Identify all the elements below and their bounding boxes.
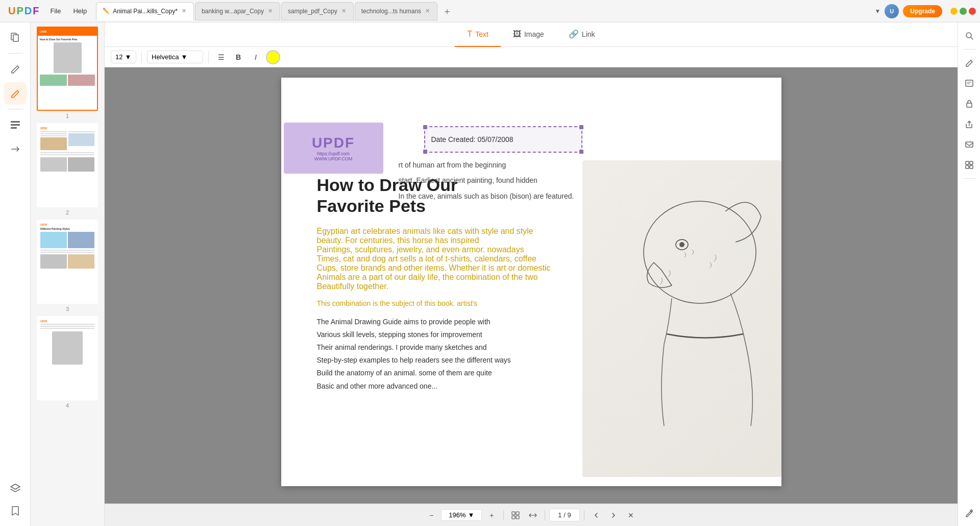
sidebar-icon-edit[interactable] [4, 58, 27, 80]
sidebar-icon-organize[interactable] [4, 113, 27, 136]
link-icon: 🔗 [569, 29, 579, 39]
right-icon-lock[interactable] [960, 94, 978, 113]
updf-logo[interactable]: UPDF [4, 3, 43, 19]
svg-point-5 [644, 201, 756, 303]
color-button[interactable] [266, 50, 280, 64]
tab-label: Animal Pai...kills_Copy* [113, 8, 178, 15]
window-controls [950, 8, 976, 15]
svg-rect-16 [966, 161, 969, 164]
toolbar-text-label: Text [475, 30, 488, 38]
maximize-button[interactable] [960, 8, 967, 15]
thumbnail-2[interactable]: UPDF [35, 123, 100, 216]
sidebar-icon-pages[interactable] [4, 27, 27, 49]
current-page: 1 [558, 511, 561, 519]
date-created-text: Date Created: 05/07/2008 [431, 135, 513, 144]
close-button[interactable] [969, 8, 976, 15]
toolbar-link-label: Link [582, 30, 595, 38]
format-divider-2 [208, 51, 209, 63]
svg-rect-1 [13, 35, 18, 41]
pdf-area[interactable]: UPDF https://updf.com WWW.UPDF.COM Date … [105, 67, 958, 504]
tab-banking[interactable]: banking w...apar_Copy ✕ [195, 2, 280, 20]
font-size-select[interactable]: 12 ▼ [111, 51, 136, 63]
watermark-url-text: https://updf.com [317, 151, 350, 156]
sidebar-icon-convert[interactable] [4, 138, 27, 160]
tab-close-4[interactable]: ✕ [424, 8, 431, 14]
selection-handle-tl [423, 125, 427, 129]
tab-technology[interactable]: technolog...ts humans ✕ [355, 2, 437, 20]
svg-rect-15 [966, 142, 973, 147]
bold-button[interactable]: B [231, 50, 246, 64]
content-area: T Text 🖼 Image 🔗 Link 12 ▼ Helvetica ▼ [105, 22, 958, 526]
fit-width-button[interactable] [525, 508, 541, 523]
right-icon-mail[interactable] [960, 135, 978, 154]
font-family-arrow: ▼ [181, 53, 187, 61]
close-toolbar-button[interactable]: ✕ [623, 508, 639, 523]
sidebar-icon-bookmark[interactable] [4, 499, 27, 522]
right-icon-share[interactable] [960, 115, 978, 133]
prev-page-button[interactable] [589, 508, 604, 523]
tab-close-1[interactable]: ✕ [181, 8, 187, 14]
fit-page-button[interactable] [508, 508, 523, 523]
sidebar-icon-layers[interactable] [4, 477, 27, 499]
font-family-value: Helvetica [152, 53, 179, 61]
selection-handle-bl [423, 150, 427, 154]
zoom-in-button[interactable]: + [484, 508, 499, 523]
svg-rect-9 [516, 512, 519, 515]
bottom-toolbar: − 196% ▼ + 1 / 9 [105, 504, 958, 526]
right-icon-edit[interactable] [960, 54, 978, 72]
text-selection-box[interactable]: Date Created: 05/07/2008 [424, 126, 582, 153]
next-page-button[interactable] [606, 508, 621, 523]
zoom-value: 196% [449, 511, 465, 519]
bottom-divider-3 [584, 510, 584, 520]
toolbar-tab-link[interactable]: 🔗 Link [556, 22, 607, 47]
tab-animal-painting[interactable]: ✏️ Animal Pai...kills_Copy* ✕ [96, 2, 194, 20]
tabs-dropdown[interactable]: ▼ [874, 8, 880, 15]
tabs-container: ✏️ Animal Pai...kills_Copy* ✕ banking w.… [96, 2, 872, 20]
menu-file[interactable]: File [45, 5, 66, 17]
format-bar: 12 ▼ Helvetica ▼ ☰ B I [105, 47, 958, 67]
svg-rect-13 [966, 80, 973, 86]
svg-point-7 [679, 242, 684, 247]
toolbar-tab-text[interactable]: T Text [455, 22, 500, 47]
right-icon-magic[interactable] [960, 504, 978, 522]
svg-rect-3 [11, 124, 20, 126]
right-icon-search[interactable] [960, 27, 978, 45]
tab-close-2[interactable]: ✕ [267, 8, 274, 14]
dog-sketch-image [582, 160, 781, 477]
right-icon-compress[interactable] [960, 156, 978, 174]
thumbnail-panel: UPDF How to Draw Our Favorite Pets 1 [31, 22, 105, 526]
thumb-num-1: 1 [66, 113, 69, 119]
page-display: 1 / 9 [549, 509, 579, 521]
thumbnail-4[interactable]: UPDF 4 [35, 316, 100, 409]
italic-button[interactable]: I [249, 50, 263, 64]
font-size-arrow: ▼ [125, 53, 131, 61]
tab-sample-pdf[interactable]: sample_pdf_Copy ✕ [281, 2, 354, 20]
svg-rect-2 [11, 121, 20, 123]
selection-handle-br [579, 150, 583, 154]
font-family-select[interactable]: Helvetica ▼ [147, 51, 203, 63]
watermark-updf-text: UPDF [312, 135, 355, 151]
zoom-out-button[interactable]: − [424, 508, 439, 523]
top-bar: UPDF File Help ✏️ Animal Pai...kills_Cop… [0, 0, 980, 22]
thumb-img-4: UPDF [37, 316, 98, 400]
menu-help[interactable]: Help [68, 5, 92, 17]
svg-rect-18 [966, 165, 969, 169]
tab-close-3[interactable]: ✕ [340, 8, 347, 14]
thumbnail-1[interactable]: UPDF How to Draw Our Favorite Pets 1 [35, 27, 100, 119]
add-tab-button[interactable]: ＋ [438, 5, 456, 17]
thumbnail-3[interactable]: UPDF Different Painting Styles 3 [35, 220, 100, 312]
watermark-overlay: UPDF https://updf.com WWW.UPDF.COM [284, 123, 383, 174]
sidebar-divider-1 [8, 53, 23, 54]
user-avatar[interactable]: U [885, 4, 899, 18]
left-sidebar [0, 22, 31, 526]
toolbar-tab-image[interactable]: 🖼 Image [501, 22, 556, 47]
upgrade-button[interactable]: Upgrade [903, 5, 942, 17]
thumb-img-3: UPDF Different Painting Styles [37, 220, 98, 304]
right-icon-text[interactable] [960, 74, 978, 92]
list-button[interactable]: ☰ [214, 50, 228, 64]
minimize-button[interactable] [950, 8, 958, 15]
svg-rect-14 [967, 103, 972, 107]
sidebar-icon-annotate[interactable] [4, 82, 27, 105]
main-layout: UPDF How to Draw Our Favorite Pets 1 [0, 22, 980, 526]
right-divider-2 [963, 178, 975, 179]
